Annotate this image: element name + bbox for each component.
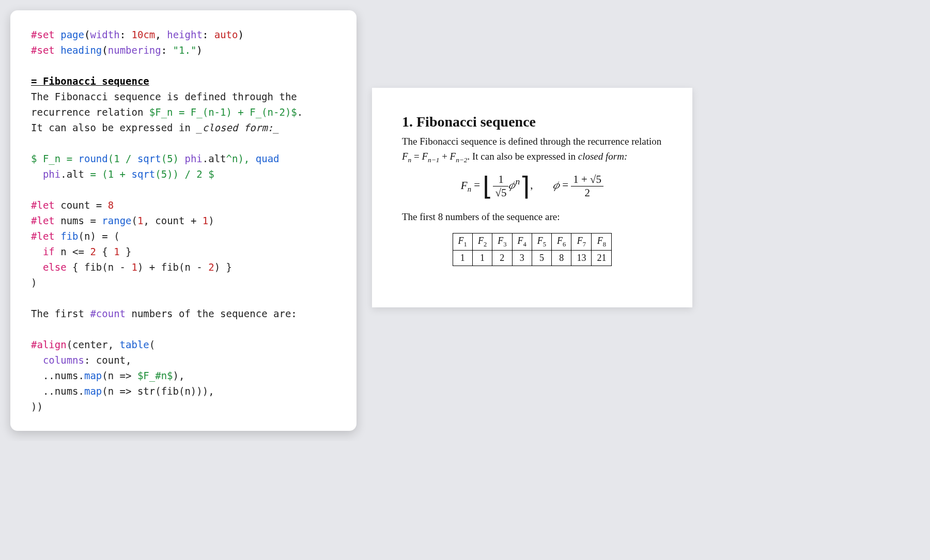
table-header-row: F1 F2 F3 F4 F5 F6 F7 F8: [453, 233, 612, 251]
display-formula: Fn = ⌊ 1 √5 𝜙n⌉, 𝜙 = 1 + √5 2: [402, 173, 662, 199]
table-value-row: 1 1 2 3 5 8 13 21: [453, 251, 612, 266]
str-numbering: "1.": [173, 44, 197, 56]
closed-form-emph: closed form:: [578, 151, 628, 162]
code-text: The Fibonacci sequence is defined throug…: [31, 91, 297, 102]
val-auto: auto: [214, 29, 238, 40]
code-heading: = Fibonacci sequence: [31, 75, 149, 87]
arg-height: height: [167, 29, 203, 40]
code-emph: _closed form:_: [196, 122, 279, 133]
val-10cm: 10cm: [132, 29, 156, 40]
output-paragraph-2: The first 8 numbers of the sequence are:: [402, 210, 662, 225]
keyword-set: #set: [31, 44, 55, 56]
arg-numbering: numbering: [108, 44, 161, 56]
fn-page: page: [60, 29, 84, 40]
arg-width: width: [90, 29, 119, 40]
code-math: $F_n = F_(n-1) + F_(n-2)$: [149, 106, 297, 118]
output-heading: 1. Fibonacci sequence: [402, 114, 662, 130]
source-code-panel: #set page(width: 10cm, height: auto) #se…: [10, 10, 357, 431]
rendered-output-panel: 1. Fibonacci sequence The Fibonacci sequ…: [372, 88, 692, 307]
math-open: $ F_n =: [31, 153, 79, 164]
fibonacci-table: F1 F2 F3 F4 F5 F6 F7 F8 1 1 2 3 5 8 13 2…: [453, 233, 612, 267]
code-text: It can also be expressed in: [31, 122, 196, 133]
output-paragraph-1: The Fibonacci sequence is defined throug…: [402, 134, 662, 165]
inline-formula: Fn = Fn−1 + Fn−2: [402, 151, 467, 162]
fn-heading: heading: [60, 44, 102, 56]
code-text: recurrence relation: [31, 106, 149, 118]
keyword-set: #set: [31, 29, 55, 40]
